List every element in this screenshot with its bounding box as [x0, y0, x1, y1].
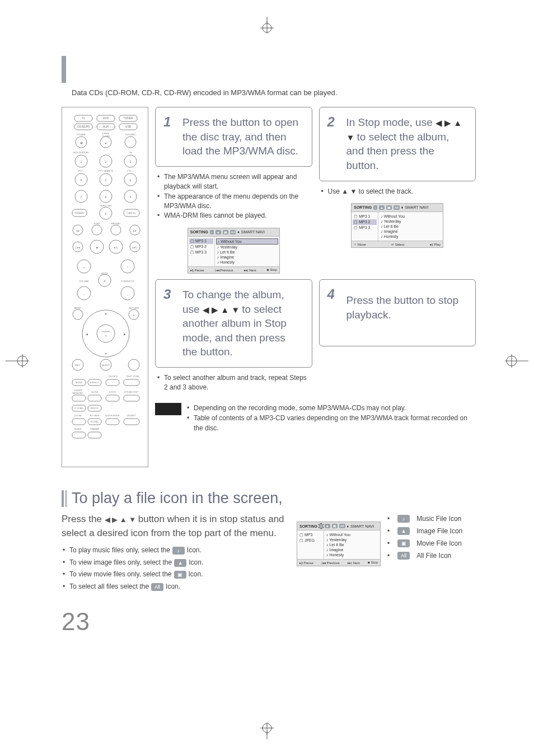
svg-text:LOGO: LOGO: [109, 391, 116, 393]
step-text: button.: [200, 346, 233, 358]
svg-text:RDS DISPLAY: RDS DISPLAY: [73, 151, 89, 154]
intro-text: Data CDs (CD-ROM, CD-R, CD-RW) encoded i…: [72, 88, 476, 97]
svg-text:TUNER: TUNER: [123, 116, 133, 120]
svg-point-73: [111, 225, 121, 235]
svg-text:1: 1: [81, 160, 82, 163]
svg-text:SLEEP: SLEEP: [74, 428, 82, 430]
all-file-icon: All: [397, 552, 410, 560]
section-accent-bar: [62, 490, 67, 507]
note-bullet: Depending on the recording mode, some MP…: [187, 403, 476, 413]
svg-text:◂◂: ◂◂: [76, 229, 79, 232]
step-number: 3: [163, 285, 171, 303]
crop-mark-bottom: [256, 722, 278, 739]
menu-screenshot-1: SORTING ♪▲▣All ♦SMART NAVI ▢ MP3 1 ▢ MP3…: [188, 228, 280, 274]
sub-item: To play music files only, select the♪Ico…: [63, 544, 285, 557]
svg-text:INFO: INFO: [75, 364, 81, 367]
movie-file-icon: ▣: [397, 539, 410, 547]
svg-point-114: [128, 359, 139, 370]
svg-text:4: 4: [81, 179, 82, 182]
svg-text:AUX: AUX: [103, 125, 109, 128]
bullet: The MP3/WMA menu screen will appear and …: [157, 172, 312, 192]
section-heading-bar: [62, 56, 476, 83]
svg-text:■: ■: [96, 246, 97, 249]
svg-rect-140: [72, 419, 86, 425]
step-text: In Stop mode, use: [346, 116, 433, 128]
svg-text:CANCEL: CANCEL: [127, 212, 137, 214]
svg-point-103: [97, 325, 115, 342]
svg-rect-148: [88, 432, 101, 438]
svg-text:VIDEO SEL: VIDEO SEL: [100, 204, 113, 207]
svg-text:2: 2: [105, 160, 107, 163]
svg-rect-130: [106, 395, 119, 401]
svg-rect-131: [124, 395, 139, 401]
svg-text:RETURN: RETURN: [129, 307, 138, 309]
svg-text:EFFECT: EFFECT: [90, 381, 100, 384]
svg-text:DIMMER: DIMMER: [90, 428, 100, 430]
svg-text:ZOOM: ZOOM: [74, 414, 82, 417]
svg-text:REPEAT: REPEAT: [111, 222, 121, 225]
svg-text:STEP: STEP: [94, 222, 100, 225]
svg-text:MENU: MENU: [74, 307, 81, 309]
bullet: WMA-DRM files cannot be played.: [157, 211, 312, 220]
svg-text:▲: ▲: [105, 141, 107, 144]
step-text: button.: [346, 159, 379, 171]
svg-text:▲: ▲: [105, 312, 107, 315]
step-1: 1 Press the button to open the disc tray…: [155, 107, 312, 274]
svg-text:−: −: [83, 293, 85, 296]
reg-mark-left: [6, 353, 34, 372]
svg-text:EZ VIEW: EZ VIEW: [90, 414, 99, 417]
icon-legend: ♪Music File Icon ▲Image File Icon ▣Movie…: [387, 513, 462, 562]
step-number: 2: [327, 113, 335, 131]
svg-text:◀: ◀: [86, 332, 88, 336]
all-file-icon: All: [151, 583, 163, 591]
bullet: Use ▲ ▼ to select the track.: [321, 187, 476, 196]
bullet: To select another album and track, repea…: [157, 373, 312, 393]
step-3: 3 To change the album, use ◀ ▶ ▲ ▼ to se…: [155, 279, 312, 393]
svg-text:TA: TA: [129, 151, 132, 154]
image-file-icon: ▲: [397, 527, 410, 535]
svg-text:DVD: DVD: [103, 116, 109, 120]
svg-rect-143: [106, 419, 119, 425]
svg-text:↵: ↵: [105, 334, 107, 337]
sub-item: To view image files only, select the▲Ico…: [63, 557, 285, 569]
svg-text:▶: ▶: [124, 332, 126, 336]
svg-text:▸▸|: ▸▸|: [133, 246, 137, 249]
svg-rect-128: [72, 395, 86, 401]
bullet: The appearance of the menu depends on th…: [157, 192, 312, 212]
subsection-lead: Press the ◀ ▶ ▲ ▼ button when it is in s…: [62, 513, 285, 540]
svg-text:5: 5: [105, 179, 107, 182]
svg-text:+: +: [83, 266, 85, 269]
svg-text:✕: ✕: [104, 279, 106, 283]
svg-text:USB: USB: [125, 125, 132, 128]
svg-text:DSP/EQ: DSP/EQ: [109, 375, 118, 378]
subsection-heading: To play a file icon in the screen,: [72, 490, 283, 507]
svg-text:MO/ST: MO/ST: [91, 407, 99, 410]
svg-point-99: [73, 309, 83, 320]
image-file-icon: ▲: [174, 559, 186, 567]
crop-mark-top: [256, 17, 278, 34]
svg-text:⌃: ⌃: [127, 266, 129, 269]
note-block: Depending on the recording mode, some MP…: [155, 403, 476, 433]
remote-control-diagram: .btn-o{fill:none;stroke:#888;stroke-widt…: [62, 107, 148, 467]
note-bullet: Table of contents of a MP3-CD varies dep…: [187, 413, 476, 433]
movie-file-icon: ▣: [174, 571, 186, 579]
step-number: 1: [163, 113, 171, 131]
svg-rect-129: [88, 395, 101, 401]
svg-point-72: [92, 225, 102, 235]
sub-item: To view movie files only, select the▣Ico…: [63, 569, 285, 581]
svg-text:DIGEST: DIGEST: [127, 414, 136, 417]
svg-text:PTY SEARCH: PTY SEARCH: [99, 170, 114, 172]
svg-text:TV: TV: [82, 116, 86, 120]
svg-text:⏻: ⏻: [80, 141, 83, 144]
svg-point-37: [125, 137, 136, 148]
reg-mark-right: [500, 353, 528, 372]
svg-text:NT/PAL: NT/PAL: [91, 420, 99, 423]
svg-point-102: [82, 310, 129, 357]
svg-rect-147: [72, 432, 86, 438]
svg-text:PTY +: PTY +: [127, 170, 134, 172]
svg-text:3: 3: [130, 160, 132, 163]
arrow-icons: ◀ ▶ ▲ ▼: [105, 515, 138, 524]
svg-text:P.SCAN: P.SCAN: [74, 407, 83, 410]
svg-text:AUDIO: AUDIO: [102, 364, 110, 367]
arrow-icons: ◀ ▶ ▲ ▼: [203, 304, 242, 314]
